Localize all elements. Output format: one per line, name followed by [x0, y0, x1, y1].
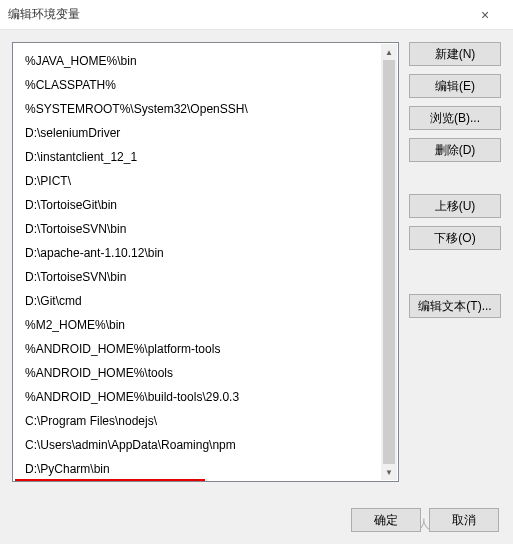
path-list: %JAVA_HOME%\bin%CLASSPATH%%SYSTEMROOT%\S…	[13, 43, 398, 482]
list-item[interactable]: D:\apache-ant-1.10.12\bin	[17, 241, 394, 265]
list-item[interactable]: %CLASSPATH%	[17, 73, 394, 97]
title-bar: 编辑环境变量 ×	[0, 0, 513, 30]
list-item[interactable]: D:\PyCharm\bin	[17, 457, 394, 481]
dialog-footer: 确定 取消	[351, 508, 499, 532]
move-up-button[interactable]: 上移(U)	[409, 194, 501, 218]
list-item[interactable]: D:\TortoiseGit\bin	[17, 193, 394, 217]
scroll-up-icon[interactable]: ▲	[381, 44, 397, 60]
spacer	[409, 170, 501, 186]
list-item[interactable]: %ANDROID_HOME%\tools	[17, 361, 394, 385]
delete-button[interactable]: 删除(D)	[409, 138, 501, 162]
scroll-thumb[interactable]	[383, 60, 395, 464]
vertical-scrollbar[interactable]: ▲ ▼	[381, 44, 397, 480]
cancel-button[interactable]: 取消	[429, 508, 499, 532]
list-item[interactable]: D:\instantclient_12_1	[17, 145, 394, 169]
list-item[interactable]: %ANDROID_HOME%\platform-tools	[17, 337, 394, 361]
side-buttons: 新建(N) 编辑(E) 浏览(B)... 删除(D) 上移(U) 下移(O) 编…	[409, 42, 501, 482]
list-item[interactable]: D:\Python\Python36\Scripts	[17, 481, 394, 482]
list-item[interactable]: D:\seleniumDriver	[17, 121, 394, 145]
list-item[interactable]: D:\TortoiseSVN\bin	[17, 265, 394, 289]
path-listbox[interactable]: %JAVA_HOME%\bin%CLASSPATH%%SYSTEMROOT%\S…	[12, 42, 399, 482]
browse-button[interactable]: 浏览(B)...	[409, 106, 501, 130]
move-down-button[interactable]: 下移(O)	[409, 226, 501, 250]
list-item[interactable]: D:\Git\cmd	[17, 289, 394, 313]
list-item[interactable]: D:\TortoiseSVN\bin	[17, 217, 394, 241]
list-item[interactable]: C:\Program Files\nodejs\	[17, 409, 394, 433]
list-item[interactable]: C:\Users\admin\AppData\Roaming\npm	[17, 433, 394, 457]
close-icon: ×	[481, 7, 489, 23]
edit-text-button[interactable]: 编辑文本(T)...	[409, 294, 501, 318]
list-item[interactable]: D:\PICT\	[17, 169, 394, 193]
scroll-track[interactable]	[381, 60, 397, 464]
scroll-down-icon[interactable]: ▼	[381, 464, 397, 480]
spacer	[409, 258, 501, 286]
close-button[interactable]: ×	[465, 1, 505, 29]
list-item[interactable]: %JAVA_HOME%\bin	[17, 49, 394, 73]
window-title: 编辑环境变量	[8, 6, 465, 23]
list-item[interactable]: %ANDROID_HOME%\build-tools\29.0.3	[17, 385, 394, 409]
list-item[interactable]: %M2_HOME%\bin	[17, 313, 394, 337]
list-item[interactable]: %SYSTEMROOT%\System32\OpenSSH\	[17, 97, 394, 121]
content-area: %JAVA_HOME%\bin%CLASSPATH%%SYSTEMROOT%\S…	[0, 30, 513, 482]
edit-button[interactable]: 编辑(E)	[409, 74, 501, 98]
new-button[interactable]: 新建(N)	[409, 42, 501, 66]
ok-button[interactable]: 确定	[351, 508, 421, 532]
